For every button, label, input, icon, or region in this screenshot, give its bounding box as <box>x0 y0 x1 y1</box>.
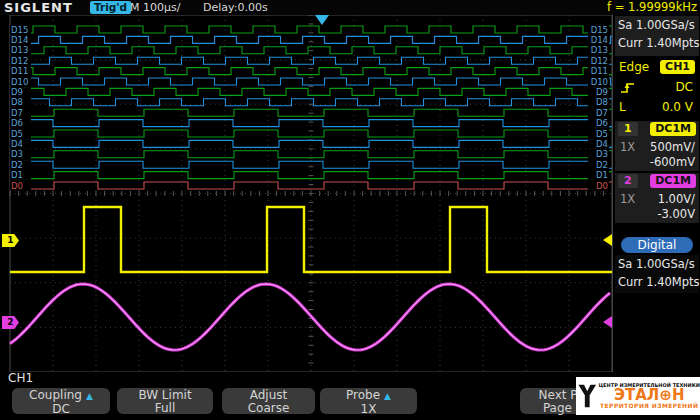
digital-trace-D9 <box>10 88 612 95</box>
rising-edge-icon <box>620 79 636 95</box>
softkey-value: Coarse <box>222 402 315 414</box>
digital-channel-label-right-D4: D4 <box>596 139 608 149</box>
trigger-coupling: DC <box>675 78 693 96</box>
trigger-level-label: L <box>619 98 626 116</box>
digital-memory-depth: Curr 1.40Mpts <box>615 273 699 291</box>
digital-channel-label-right-D5: D5 <box>596 129 608 139</box>
digital-channel-label-left-D14: D14 <box>11 35 28 45</box>
ch1-descriptor-box[interactable]: 1 DC1M 1X 500mV/ -600mV <box>615 121 699 171</box>
digital-channel-label-left-D12: D12 <box>11 56 28 66</box>
softkey-coupling[interactable]: Coupling▲DC <box>12 388 110 414</box>
digital-channel-label-right-D11: D11 <box>591 66 608 76</box>
ch1-scale: 500mV/ <box>650 139 695 155</box>
digital-channel-label-left-D13: D13 <box>11 45 28 55</box>
top-status-bar: SIGLENT Trig'd M 100µs/ Delay:0.00s f = … <box>0 0 700 15</box>
ch1-trace <box>10 207 612 272</box>
digital-channel-label-left-D7: D7 <box>11 108 23 118</box>
digital-channel-label-left-D2: D2 <box>11 160 23 170</box>
digital-channel-label-left-D1: D1 <box>11 170 23 180</box>
etalon-logo-icon <box>576 380 598 412</box>
digital-sample-rate: Sa 1.00GSa/s <box>615 255 699 273</box>
digital-channel-label-right-D6: D6 <box>596 118 608 128</box>
digital-channel-label-right-D0: D0 <box>596 181 608 191</box>
popup-arrow-icon: ▲ <box>384 391 391 401</box>
digital-channel-label-left-D6: D6 <box>11 118 23 128</box>
digital-channel-label-left-D8: D8 <box>11 97 23 107</box>
digital-channel-label-right-D9: D9 <box>596 87 608 97</box>
digital-channel-label-right-D10: D10 <box>591 77 608 87</box>
digital-channel-label-right-D7: D7 <box>596 108 608 118</box>
digital-channel-label-left-D4: D4 <box>11 139 23 149</box>
digital-trace-D4 <box>10 140 612 147</box>
ch1-coupling-badge: DC1M <box>650 122 696 136</box>
softkey-value: 1X <box>320 403 417 415</box>
softkey-value: DC <box>12 403 110 415</box>
digital-channel-label-right-D8: D8 <box>596 97 608 107</box>
digital-channel-label-left-D0: D0 <box>11 181 23 191</box>
trigger-status-badge: Trig'd <box>90 1 131 14</box>
softkey-bw-limit[interactable]: BW LimitFull <box>117 388 213 414</box>
memory-depth: Curr 1.40Mpts <box>615 34 699 52</box>
ch2-offset: -3.00V <box>657 206 695 222</box>
trigger-type: Edge <box>619 58 649 76</box>
softkey-probe[interactable]: Probe▲1X <box>320 388 417 414</box>
digital-trace-D14 <box>10 36 612 43</box>
acquisition-info-box[interactable]: Sa 1.00GSa/s Curr 1.40Mpts <box>615 16 699 56</box>
digital-channel-label-right-D14: D14 <box>591 35 608 45</box>
trigger-position-marker[interactable] <box>315 15 329 25</box>
digital-channel-label-right-D1: D1 <box>596 170 608 180</box>
frequency-counter: f = 1.99999kHz <box>607 1 697 14</box>
digital-channel-label-right-D3: D3 <box>596 149 608 159</box>
menu-title: CH1 <box>8 371 33 385</box>
watermark-brand: ЭТАЛ⊕Н <box>598 388 700 403</box>
digital-channel-label-right-D13: D13 <box>591 45 608 55</box>
softkey-value: Full <box>117 402 213 414</box>
digital-trace-D10 <box>10 78 612 85</box>
ch2-scale: 1.00V/ <box>658 191 695 207</box>
brand-logo: SIGLENT <box>4 0 73 15</box>
digital-channel-label-right-D2: D2 <box>596 160 608 170</box>
digital-channel-label-left-D9: D9 <box>11 87 23 97</box>
digital-channel-label-left-D11: D11 <box>11 66 28 76</box>
ch1-probe: 1X <box>620 139 635 155</box>
trigger-level-value: 0.0 V <box>662 98 693 116</box>
digital-channel-label-right-D15: D15 <box>591 25 608 35</box>
digital-channel-label-left-D5: D5 <box>11 129 23 139</box>
ch2-trace <box>10 284 610 350</box>
ch2-descriptor-box[interactable]: 2 DC1M 1X 1.00V/ -3.00V <box>615 173 699 223</box>
trigger-source-badge: CH1 <box>660 60 695 74</box>
ch2-number: 2 <box>618 174 638 188</box>
watermark-tagline: ТЕРРИТОРИЯ ИЗМЕРЕНИЙ <box>598 403 700 409</box>
ch2-coupling-badge: DC1M <box>650 174 696 188</box>
ch1-number: 1 <box>618 122 638 136</box>
waveform-display: D15D15D14D14D13D13D12D12D11D11D10D10D9D9… <box>0 15 612 372</box>
softkey-label: Probe▲ <box>320 389 417 403</box>
digital-channel-label-left-D3: D3 <box>11 149 23 159</box>
softkey-adjust[interactable]: AdjustCoarse <box>222 388 315 414</box>
sample-rate: Sa 1.00GSa/s <box>615 16 699 34</box>
digital-section-badge[interactable]: Digital <box>621 237 693 253</box>
oscilloscope-screen: SIGLENT Trig'd M 100µs/ Delay:0.00s f = … <box>0 0 700 420</box>
ch1-offset: -600mV <box>650 154 695 170</box>
ch2-level-arrow[interactable] <box>603 316 612 328</box>
timebase-readout[interactable]: M 100µs/ <box>130 1 180 14</box>
digital-channel-label-left-D10: D10 <box>11 77 28 87</box>
etalon-watermark: ЦЕНТР ИЗМЕРИТЕЛЬНОЙ ТЕХНИКИ ЭТАЛ⊕Н ТЕРРИ… <box>576 377 700 415</box>
trigger-delay-readout[interactable]: Delay:0.00s <box>203 1 268 14</box>
softkey-label: Coupling▲ <box>12 389 110 403</box>
digital-trace-D15 <box>10 26 612 33</box>
digital-channel-label-right-D12: D12 <box>591 56 608 66</box>
sidebar: Sa 1.00GSa/s Curr 1.40Mpts Edge CH1 DC L… <box>612 15 700 372</box>
popup-arrow-icon: ▲ <box>86 391 93 401</box>
trigger-level-arrow[interactable] <box>603 234 612 246</box>
digital-channel-label-left-D15: D15 <box>11 25 28 35</box>
digital-trace-D3 <box>10 151 612 158</box>
digital-info-box: Sa 1.00GSa/s Curr 1.40Mpts <box>615 255 699 293</box>
ch2-probe: 1X <box>620 191 635 207</box>
